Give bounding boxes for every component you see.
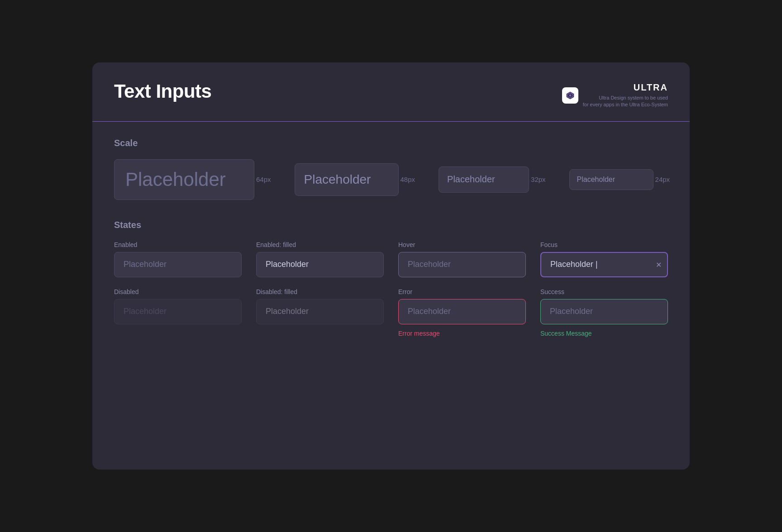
- state-error-label: Error: [398, 288, 526, 295]
- state-input-hover[interactable]: [398, 252, 526, 277]
- scale-label-32: 32px: [531, 176, 546, 183]
- page-title: Text Inputs: [114, 81, 211, 102]
- state-enabled: Enabled: [114, 241, 242, 277]
- state-disabled-label: Disabled: [114, 288, 242, 295]
- state-success-label: Success: [540, 288, 668, 295]
- state-disabled: Disabled: [114, 288, 242, 337]
- scale-input-lg[interactable]: [295, 163, 399, 196]
- state-input-enabled-filled[interactable]: [256, 252, 384, 277]
- success-message: Success Message: [540, 330, 668, 337]
- state-hover: Hover: [398, 241, 526, 277]
- scale-label-48: 48px: [401, 176, 415, 183]
- scale-row: 64px 48px 32px 24px: [114, 159, 668, 200]
- state-focus-label: Focus: [540, 241, 668, 248]
- scale-input-sm[interactable]: [569, 169, 653, 190]
- logo-name: ULTRA: [634, 82, 668, 93]
- state-input-disabled-filled: [256, 299, 384, 324]
- content: Scale 64px 48px 32px 24px States Enabled: [92, 122, 690, 359]
- state-disabled-filled-label: Disabled: filled: [256, 288, 384, 295]
- state-error: Error Error message: [398, 288, 526, 337]
- header: Text Inputs ULTRA Ultra Design system to…: [92, 62, 690, 109]
- state-input-disabled: [114, 299, 242, 324]
- logo-area: ULTRA Ultra Design system to be usedfor …: [562, 82, 668, 109]
- logo-right: ULTRA Ultra Design system to be usedfor …: [583, 82, 668, 109]
- logo-tagline: Ultra Design system to be usedfor every …: [583, 95, 668, 109]
- main-card: Text Inputs ULTRA Ultra Design system to…: [92, 62, 690, 470]
- state-disabled-filled: Disabled: filled: [256, 288, 384, 337]
- state-enabled-filled-label: Enabled: filled: [256, 241, 384, 248]
- state-input-success[interactable]: [540, 299, 668, 324]
- state-success: Success Success Message: [540, 288, 668, 337]
- svg-point-0: [569, 94, 571, 96]
- scale-label-24: 24px: [655, 176, 670, 183]
- scale-section-title: Scale: [114, 138, 668, 148]
- scale-label-64: 64px: [256, 176, 271, 183]
- state-input-error[interactable]: [398, 299, 526, 324]
- scale-input-xl[interactable]: [114, 159, 254, 200]
- state-input-focus[interactable]: [540, 252, 668, 277]
- states-grid: Enabled Enabled: filled Hover Focus ✕: [114, 241, 668, 337]
- focus-input-wrap: ✕: [540, 252, 668, 277]
- states-section-title: States: [114, 220, 668, 230]
- scale-input-md[interactable]: [439, 166, 529, 193]
- state-enabled-label: Enabled: [114, 241, 242, 248]
- error-message: Error message: [398, 330, 526, 337]
- clear-icon[interactable]: ✕: [656, 260, 662, 269]
- ultra-logo-icon: [562, 87, 578, 104]
- state-focus: Focus ✕: [540, 241, 668, 277]
- state-enabled-filled: Enabled: filled: [256, 241, 384, 277]
- state-input-enabled[interactable]: [114, 252, 242, 277]
- state-hover-label: Hover: [398, 241, 526, 248]
